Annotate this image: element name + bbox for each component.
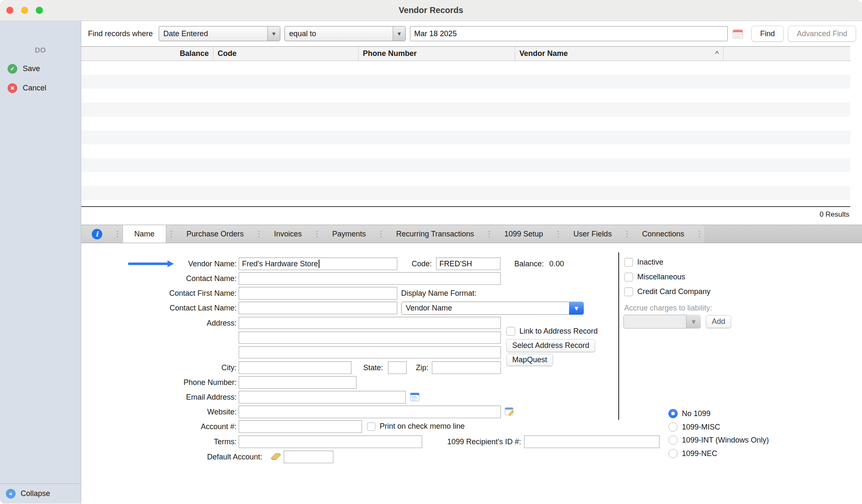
find-field-value: Date Entered xyxy=(163,29,208,38)
email-compose-button[interactable] xyxy=(410,392,420,404)
checkbox-box xyxy=(506,327,515,336)
1099-misc-label: 1099-MISC xyxy=(682,423,720,432)
zip-input[interactable] xyxy=(432,361,501,374)
checkbox-box xyxy=(624,258,633,267)
tab-drag-handle-icon: ⋮ xyxy=(622,225,632,243)
radio-1099-int[interactable]: 1099-INT (Windows Only) xyxy=(668,435,769,445)
recipient-id-input[interactable] xyxy=(524,435,660,448)
vendor-records-window: Vendor Records DO ✓ Save ✕ Cancel « Coll… xyxy=(0,0,862,504)
checkbox-box xyxy=(624,287,633,296)
tab-purchase-orders[interactable]: Purchase Orders xyxy=(176,225,254,243)
advanced-find-button[interactable]: Advanced Find xyxy=(788,26,856,42)
contact-last-name-input[interactable] xyxy=(239,302,397,314)
link-to-address-record-checkbox[interactable]: Link to Address Record xyxy=(506,327,598,336)
save-button[interactable]: ✓ Save xyxy=(8,64,40,74)
recipient-id-label: 1099 Recipient's ID #: xyxy=(418,435,521,448)
radio-1099-misc[interactable]: 1099-MISC xyxy=(668,422,720,432)
city-input[interactable] xyxy=(239,361,351,374)
accrue-liability-label: Accrue charges to liability: xyxy=(624,304,712,313)
default-account-input[interactable] xyxy=(284,451,333,463)
tab-invoices[interactable]: Invoices xyxy=(264,225,312,243)
column-header-balance[interactable]: Balance xyxy=(81,47,213,61)
email-compose-icon xyxy=(410,392,420,402)
cancel-label: Cancel xyxy=(23,84,46,93)
tab-drag-handle-icon: ⋮ xyxy=(112,225,122,243)
contact-name-label: Contact Name: xyxy=(115,272,237,285)
tab-payments[interactable]: Payments xyxy=(322,225,376,243)
vendor-name-label: Vendor Name: xyxy=(115,257,237,270)
default-account-lookup-button[interactable] xyxy=(270,452,282,463)
column-header-code[interactable]: Code xyxy=(213,47,359,61)
find-value-input[interactable] xyxy=(410,26,728,41)
phone-number-input[interactable] xyxy=(239,376,357,389)
find-bar: Find records where Date Entered ▾ equal … xyxy=(81,21,862,46)
link-to-address-record-label: Link to Address Record xyxy=(519,327,598,336)
results-table-body[interactable] xyxy=(81,61,850,207)
collapse-chevrons-icon: « xyxy=(6,489,16,499)
panel-divider xyxy=(618,252,619,420)
website-input[interactable] xyxy=(239,406,501,418)
save-label: Save xyxy=(23,64,40,73)
vendor-name-form: Vendor Name: Contact Name: Contact First… xyxy=(81,243,862,503)
results-table-header: Balance Code Phone Number Vendor Name ^ xyxy=(81,46,850,61)
tab-connections[interactable]: Connections xyxy=(632,225,694,243)
default-account-label: Default Account: xyxy=(141,451,262,463)
mapquest-button[interactable]: MapQuest xyxy=(506,354,553,366)
contact-first-name-input[interactable] xyxy=(239,287,397,300)
inactive-checkbox[interactable]: Inactive xyxy=(624,258,663,267)
find-button[interactable]: Find xyxy=(751,26,784,42)
print-on-check-memo-checkbox[interactable]: Print on check memo line xyxy=(367,422,465,431)
terms-input[interactable] xyxy=(239,435,422,448)
checkbox-box xyxy=(367,422,375,431)
tab-info[interactable]: i xyxy=(81,225,112,243)
tab-bar: i ⋮ Name ⋮ Purchase Orders ⋮ Invoices ⋮ … xyxy=(81,225,862,243)
contact-last-name-label: Contact Last Name: xyxy=(115,302,237,314)
website-label: Website: xyxy=(115,406,237,418)
tab-recurring-transactions[interactable]: Recurring Transactions xyxy=(386,225,484,243)
balance-value: 0.00 xyxy=(549,257,575,270)
account-number-input[interactable] xyxy=(239,420,362,433)
code-input[interactable] xyxy=(436,257,500,270)
dropdown-arrow-icon: ▾ xyxy=(267,27,280,41)
find-field-dropdown[interactable]: Date Entered ▾ xyxy=(159,26,280,41)
collapse-sidebar-button[interactable]: « Collapse xyxy=(0,483,81,504)
column-header-vendor-name[interactable]: Vendor Name ^ xyxy=(515,47,724,61)
contact-name-input[interactable] xyxy=(239,272,501,285)
tab-name[interactable]: Name xyxy=(122,225,166,243)
tab-user-fields[interactable]: User Fields xyxy=(563,225,622,243)
code-label: Code: xyxy=(376,257,432,270)
column-header-spacer xyxy=(724,47,850,61)
1099-nec-label: 1099-NEC xyxy=(682,449,717,458)
address-line-1-input[interactable] xyxy=(239,317,501,329)
cancel-button[interactable]: ✕ Cancel xyxy=(8,83,46,93)
balance-label: Balance: xyxy=(507,257,544,270)
open-website-button[interactable] xyxy=(505,407,515,419)
1099-int-label: 1099-INT (Windows Only) xyxy=(682,436,769,445)
display-name-format-dropdown[interactable]: Vendor Name ▾ xyxy=(401,302,584,315)
calendar-picker-button[interactable] xyxy=(732,29,744,39)
tab-1099-setup[interactable]: 1099 Setup xyxy=(494,225,553,243)
address-line-2-input[interactable] xyxy=(239,332,501,344)
vendor-name-input[interactable]: Fred's Hardware Store xyxy=(239,257,397,270)
tab-drag-handle-icon: ⋮ xyxy=(484,225,494,243)
results-count: 0 Results xyxy=(81,210,862,220)
email-address-input[interactable] xyxy=(239,391,406,403)
radio-1099-nec[interactable]: 1099-NEC xyxy=(668,449,717,458)
tab-drag-handle-icon: ⋮ xyxy=(376,225,386,243)
address-label: Address: xyxy=(115,317,237,329)
find-operator-dropdown[interactable]: equal to ▾ xyxy=(285,26,406,41)
sidebar-header: DO xyxy=(0,46,81,55)
dropdown-arrow-icon: ▾ xyxy=(569,302,584,315)
results-table: Balance Code Phone Number Vendor Name ^ xyxy=(81,46,850,207)
radio-unselected-icon xyxy=(668,449,678,458)
radio-no-1099[interactable]: No 1099 xyxy=(668,409,710,418)
miscellaneous-checkbox[interactable]: Miscellaneous xyxy=(624,273,685,281)
address-line-3-input[interactable] xyxy=(239,346,501,358)
text-caret xyxy=(319,260,319,268)
select-address-record-button[interactable]: Select Address Record xyxy=(506,339,595,352)
column-header-phone-number[interactable]: Phone Number xyxy=(359,47,515,61)
title-bar: Vendor Records xyxy=(0,0,862,21)
add-liability-button[interactable]: Add xyxy=(706,315,731,328)
radio-unselected-icon xyxy=(668,435,678,445)
credit-card-company-checkbox[interactable]: Credit Card Company xyxy=(624,287,710,296)
